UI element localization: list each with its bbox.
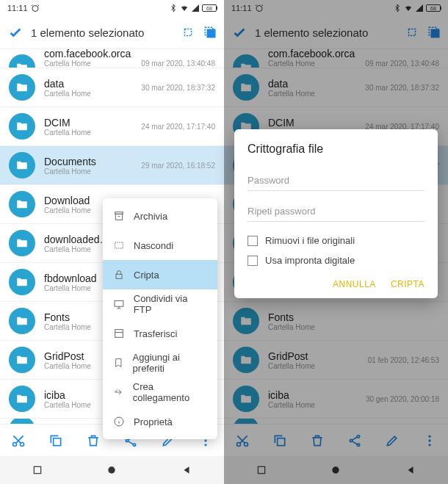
svg-rect-3	[207, 29, 215, 37]
folder-icon	[9, 308, 35, 334]
svg-rect-5	[115, 214, 122, 220]
folder-icon	[9, 191, 35, 217]
encrypt-button[interactable]: CRIPTA	[391, 279, 424, 289]
check-icon[interactable]	[7, 24, 24, 40]
svg-rect-8	[115, 300, 123, 306]
remove-originals-checkbox[interactable]: Rimuovi i file originali	[248, 231, 424, 250]
select-all-icon[interactable]	[203, 26, 217, 39]
selection-header: 1 elemento selezionato	[0, 16, 224, 48]
password-field[interactable]: Password	[248, 169, 424, 191]
use-fingerprint-checkbox[interactable]: Usa impronta digitale	[248, 250, 424, 270]
folder-icon	[9, 113, 35, 140]
cut-icon[interactable]	[11, 433, 26, 448]
svg-rect-6	[115, 242, 123, 248]
menu-favorite[interactable]: Aggiungi ai preferiti	[103, 348, 217, 378]
wifi-icon	[180, 4, 189, 12]
repeat-password-field[interactable]: Ripeti password	[248, 200, 424, 222]
battery-icon: 68	[202, 4, 217, 12]
copy-icon[interactable]	[48, 433, 63, 448]
folder-icon	[9, 152, 35, 178]
menu-archive[interactable]: Archivia	[103, 201, 217, 231]
phone-left: 11:11 68 1 elemento selezionato com.face…	[0, 0, 224, 484]
delete-icon[interactable]	[86, 433, 101, 448]
menu-ftp[interactable]: Condividi via FTP	[103, 289, 217, 319]
list-item[interactable]: dataCartella Home 30 mar 2020, 18:37:32	[0, 68, 224, 106]
svg-rect-7	[116, 274, 122, 278]
menu-transfer[interactable]: Trasferisci	[103, 319, 217, 348]
list-item[interactable]: DCIMCartella Home 24 mar 2020, 17:17:40	[0, 106, 224, 145]
folder-icon	[9, 269, 35, 295]
svg-point-19	[204, 444, 206, 446]
svg-point-15	[126, 439, 128, 441]
status-bar: 11:11 68	[0, 0, 224, 16]
cancel-button[interactable]: ANNULLA	[333, 279, 376, 289]
checkbox-icon	[248, 256, 258, 266]
folder-icon	[9, 54, 35, 68]
select-inverse-icon[interactable]	[181, 26, 195, 39]
svg-point-21	[109, 466, 115, 473]
svg-rect-13	[54, 438, 61, 445]
list-item[interactable]: com.facebook.orcaCartella Home 09 mar 20…	[0, 48, 224, 68]
svg-rect-9	[115, 330, 123, 338]
nav-back[interactable]	[180, 463, 193, 477]
nav-bar	[0, 456, 224, 484]
nav-recent[interactable]	[31, 463, 44, 477]
folder-icon	[9, 347, 35, 373]
context-menu: Archivia Nascondi Cripta Condividi via F…	[103, 198, 217, 439]
folder-icon	[9, 230, 35, 256]
svg-rect-1	[185, 29, 192, 36]
selection-title: 1 elemento selezionato	[31, 26, 174, 39]
menu-properties[interactable]: Proprietà	[103, 407, 217, 436]
folder-icon	[9, 74, 35, 101]
list-item-selected[interactable]: DocumentsCartella Home 29 mar 2020, 16:1…	[0, 145, 224, 184]
nav-home[interactable]	[105, 463, 118, 477]
status-time: 11:11	[7, 4, 28, 12]
phone-right: 11:11 68 1 elemento selezionato com.face…	[224, 0, 448, 484]
signal-icon	[191, 4, 200, 12]
folder-icon	[9, 386, 35, 412]
dialog-title: Crittografia file	[248, 142, 424, 156]
svg-point-18	[204, 439, 206, 441]
encrypt-dialog: Crittografia file Password Ripeti passwo…	[234, 129, 438, 298]
bluetooth-icon	[169, 4, 178, 12]
folder-icon	[9, 418, 35, 424]
menu-encrypt[interactable]: Cripta	[103, 260, 217, 289]
svg-point-16	[133, 444, 135, 446]
svg-rect-20	[34, 466, 40, 473]
menu-create-link[interactable]: Crea collegamento	[103, 378, 217, 407]
alarm-icon	[31, 4, 40, 12]
svg-point-0	[32, 6, 38, 12]
menu-hide[interactable]: Nascondi	[103, 231, 217, 260]
checkbox-icon	[248, 236, 258, 246]
